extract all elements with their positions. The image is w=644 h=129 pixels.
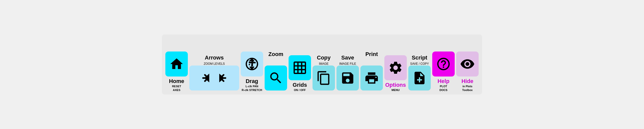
copy-group: Copy IMAGE (312, 55, 335, 92)
script-button[interactable] (408, 65, 431, 90)
toolbar: Home RESETAXES Arrows ZOOM LEVELS ✛ Drag… (162, 35, 482, 95)
drag-sublabel: L-clk PANR-clk STRETCH (242, 84, 262, 92)
grids-group: Grids ON / OFF (288, 41, 311, 92)
script-label: Script (412, 55, 427, 61)
print-icon (364, 70, 379, 85)
zoom-button[interactable] (265, 65, 287, 90)
grids-sublabel: ON / OFF (294, 88, 306, 92)
help-button[interactable] (432, 52, 455, 76)
save-group: Save IMAGE FILE (336, 55, 359, 92)
drag-button[interactable]: ✛ (241, 52, 263, 76)
help-label: Help (438, 78, 450, 84)
options-sublabel: MENU (392, 88, 400, 92)
help-sublabel: PLOTDOCS (440, 84, 448, 92)
hide-group: Hide in PlotsToolbox (456, 37, 479, 92)
options-group: Options MENU (384, 41, 407, 92)
arrows-button[interactable] (189, 65, 239, 90)
drag-icon: ✛ (244, 57, 260, 71)
print-button[interactable] (360, 65, 383, 90)
script-group: Script SAVE / COPY (408, 55, 431, 92)
hide-button[interactable] (456, 52, 479, 76)
arrows-sublabel: ZOOM LEVELS (204, 62, 225, 65)
home-icon (169, 57, 184, 71)
question-icon (436, 57, 451, 71)
copy-icon (316, 70, 331, 85)
copy-sublabel: IMAGE (319, 62, 329, 65)
svg-text:✛: ✛ (248, 58, 256, 67)
arrows-label: Arrows (205, 55, 224, 61)
grid-icon (292, 60, 307, 75)
gear-icon (388, 60, 403, 75)
print-group: Print (360, 51, 383, 92)
grids-label: Grids (292, 82, 307, 88)
script-sublabel: SAVE / COPY (410, 62, 429, 65)
save-button[interactable] (336, 65, 359, 90)
zoom-icon (268, 70, 283, 85)
arrows-lr-icon (202, 70, 227, 85)
print-label: Print (366, 51, 378, 58)
script-icon (412, 70, 427, 85)
options-label: Options (385, 82, 406, 88)
drag-group: ✛ Drag L-clk PANR-clk STRETCH (241, 37, 263, 92)
home-label: Home (169, 78, 184, 84)
eye-icon (460, 57, 475, 71)
drag-label: Drag (246, 78, 258, 84)
hide-sublabel: in PlotsToolbox (462, 84, 473, 92)
copy-button[interactable] (312, 65, 335, 90)
zoom-label: Zoom (268, 51, 283, 58)
copy-label: Copy (317, 55, 331, 61)
home-sublabel: RESETAXES (172, 84, 181, 92)
zoom-group: Zoom (265, 51, 287, 92)
grids-button[interactable] (288, 55, 311, 80)
arrows-group: Arrows ZOOM LEVELS (189, 55, 239, 92)
save-sublabel: IMAGE FILE (339, 62, 356, 65)
home-group: Home RESETAXES (165, 37, 188, 92)
save-icon (340, 70, 355, 85)
save-label: Save (341, 55, 354, 61)
home-button[interactable] (165, 52, 188, 76)
hide-label: Hide (462, 78, 474, 84)
help-group: Help PLOTDOCS (432, 37, 455, 92)
options-button[interactable] (384, 55, 407, 80)
